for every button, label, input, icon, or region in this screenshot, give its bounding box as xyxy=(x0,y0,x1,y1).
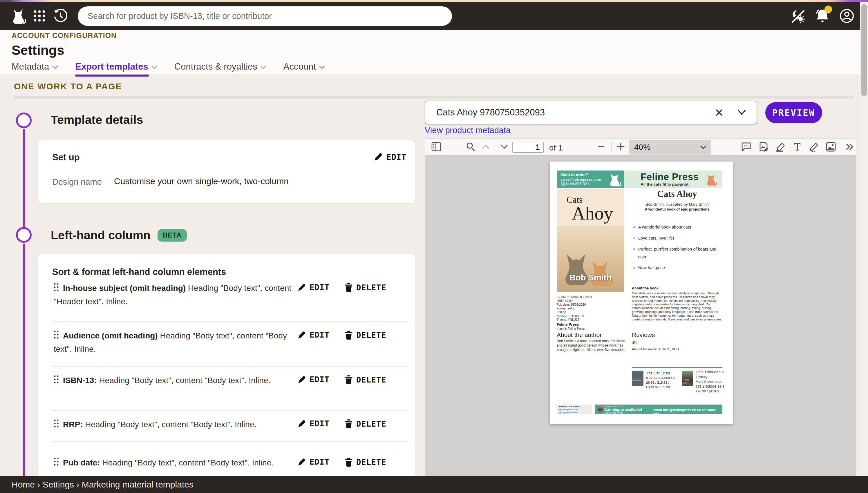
timeline-connector xyxy=(23,243,25,476)
product-selector-value: Cats Ahoy 9780750352093 xyxy=(436,107,715,118)
zoom-level-value: 40% xyxy=(634,143,700,152)
chevron-down-icon xyxy=(700,145,707,150)
related-prices: £20.99 / $118.68 xyxy=(696,389,720,393)
drag-handle-icon[interactable] xyxy=(54,283,59,292)
bottom-status-bar: Home › Settings › Marketing material tem… xyxy=(0,476,868,493)
scrollbar-thumb[interactable] xyxy=(861,4,867,96)
related-cover: CATS THROUGHOUT HISTORY xyxy=(682,371,693,386)
publisher-tagline: All the cats fit to pawprint. xyxy=(640,182,690,187)
list-item: In-house subject (omit heading) Heading … xyxy=(54,282,294,308)
top-accent-strip xyxy=(0,0,868,2)
page-number-input[interactable] xyxy=(512,142,544,153)
timeline-step-1 xyxy=(16,112,31,128)
search-icon[interactable] xyxy=(463,138,478,155)
related-author: Mary Glover et al. xyxy=(696,380,722,383)
cat-icon xyxy=(706,173,717,186)
delete-button[interactable]: DELETE xyxy=(345,375,386,384)
preview-button[interactable]: PREVIEW xyxy=(765,102,822,123)
cat-icon xyxy=(608,172,622,187)
related-isbn: 978-1-905005-88-8 xyxy=(696,385,724,388)
delete-button[interactable]: DELETE xyxy=(345,457,386,467)
apps-grid-icon[interactable] xyxy=(31,2,47,30)
page-count-label: of 1 xyxy=(549,143,563,153)
comment-annotation-icon[interactable] xyxy=(739,138,753,155)
bullet-icon xyxy=(633,248,635,250)
next-page-icon[interactable] xyxy=(498,138,511,155)
edit-button[interactable]: EDIT xyxy=(297,330,330,339)
search-input[interactable] xyxy=(88,11,436,21)
product-selector[interactable]: Cats Ahoy 9780750352093 xyxy=(425,101,757,124)
selling-point: Now half price xyxy=(638,264,723,272)
left-hand-column-heading: Left-hand column xyxy=(51,229,151,242)
timeline-connector xyxy=(23,129,25,227)
tab-metadata[interactable]: Metadata xyxy=(12,62,58,74)
stamp-annotation-icon[interactable] xyxy=(757,138,770,155)
view-product-metadata-link[interactable]: View product metadata xyxy=(425,126,511,135)
trash-icon xyxy=(345,330,353,340)
clear-icon[interactable] xyxy=(715,108,723,117)
history-icon[interactable] xyxy=(52,2,68,30)
section-divider xyxy=(14,96,854,99)
drag-handle-icon[interactable] xyxy=(54,419,59,428)
related-title: The Cat Crisis xyxy=(646,371,670,375)
breadcrumb: Home › Settings › Marketing material tem… xyxy=(12,480,193,490)
meta-isbn: ISBN-13: 9780750352093 xyxy=(557,295,592,299)
chevron-down-icon[interactable] xyxy=(738,110,746,115)
more-tools-icon[interactable] xyxy=(844,138,856,155)
sidebar-toggle-icon[interactable] xyxy=(429,138,444,155)
row-divider xyxy=(52,441,409,442)
publisher-name: Feline Press xyxy=(640,171,699,183)
trash-icon xyxy=(345,457,353,467)
delete-button[interactable]: DELETE xyxy=(345,419,386,428)
previous-page-icon[interactable] xyxy=(479,138,492,155)
free-text-icon[interactable]: T xyxy=(791,138,804,155)
chevron-down-icon xyxy=(260,65,267,69)
about-book-heading: About the book xyxy=(632,286,659,290)
mail-icon xyxy=(559,412,562,413)
row-divider xyxy=(52,321,409,322)
related-prices: C$19.95 / €9.99 xyxy=(646,385,670,389)
row-divider xyxy=(52,366,409,367)
highlighter-icon[interactable] xyxy=(774,138,787,155)
template-details-heading: Template details xyxy=(51,113,143,127)
edit-button[interactable]: EDIT xyxy=(297,375,330,384)
setup-edit-button[interactable]: EDIT xyxy=(374,152,406,162)
meta-rrp: RRP: £9.99 xyxy=(557,299,572,302)
draw-pencil-icon[interactable] xyxy=(806,138,821,155)
drag-handle-icon[interactable] xyxy=(54,457,59,466)
design-name-value: Customise your own single-work, two-colu… xyxy=(114,176,289,186)
chevron-down-icon xyxy=(52,65,58,69)
design-name-label: Design name xyxy=(52,177,102,187)
tab-account[interactable]: Account xyxy=(283,62,325,74)
related-isbn: 978-0-7503-5680-0 xyxy=(646,376,675,380)
topbar xyxy=(0,2,868,30)
tab-export-templates[interactable]: Export templates xyxy=(75,62,157,74)
cat-logo[interactable] xyxy=(10,2,28,30)
related-title: Cats Throughout xyxy=(696,370,724,374)
edit-button[interactable]: EDIT xyxy=(297,457,330,466)
bullet-icon xyxy=(633,267,635,269)
delete-button[interactable]: DELETE xyxy=(345,283,386,292)
pdf-viewer[interactable]: Want to order? sales@felinepress.com (0)… xyxy=(425,156,856,493)
zoom-out-icon[interactable] xyxy=(594,138,608,155)
drag-handle-icon[interactable] xyxy=(54,375,59,384)
notifications-bell-icon[interactable] xyxy=(813,2,831,30)
list-item: Audience (omit heading) Heading "Body te… xyxy=(54,329,294,356)
edit-button[interactable]: EDIT xyxy=(297,419,330,428)
zoom-level-select[interactable]: 40% xyxy=(629,140,711,154)
delete-button[interactable]: DELETE xyxy=(345,330,386,340)
account-icon[interactable] xyxy=(838,2,856,30)
catalogue-sub: Get your copy today. xyxy=(604,411,623,414)
web-footer-box: Find us on the web! felinepress.com hi@f… xyxy=(557,405,592,414)
edit-button[interactable]: EDIT xyxy=(297,283,330,292)
column-elements-card: Sort & format left-hand column elements … xyxy=(38,254,415,493)
row-divider xyxy=(52,410,409,411)
drag-handle-icon[interactable] xyxy=(54,330,59,339)
tab-contracts-royalties[interactable]: Contracts & royalties xyxy=(174,62,267,74)
theme-toggle-icon[interactable] xyxy=(788,2,806,30)
about-author-heading: About the author xyxy=(557,331,602,339)
zoom-in-icon[interactable] xyxy=(614,138,628,155)
product-search[interactable] xyxy=(78,6,452,26)
chevron-down-icon xyxy=(151,65,157,69)
image-annotation-icon[interactable] xyxy=(824,138,838,155)
